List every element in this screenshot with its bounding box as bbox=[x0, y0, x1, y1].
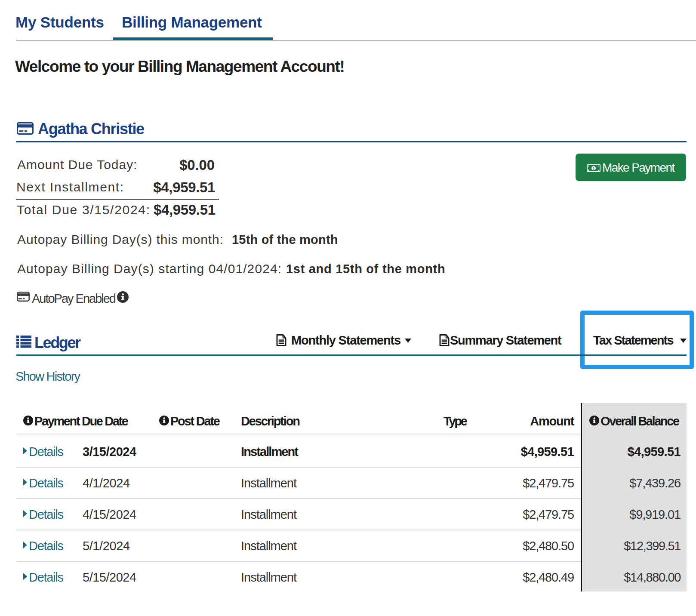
svg-text:1: 1 bbox=[592, 166, 595, 170]
